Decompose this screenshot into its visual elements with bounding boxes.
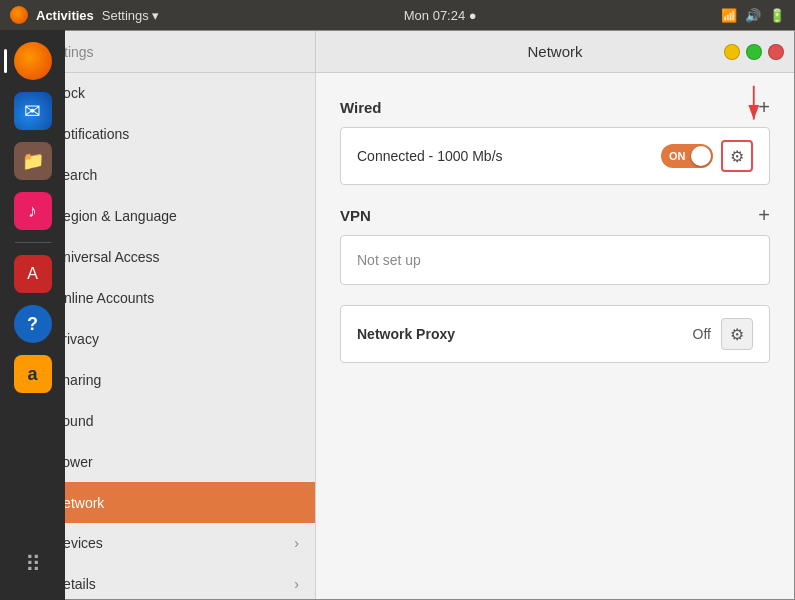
topbar: Activities Settings ▾ Mon 07:24 ● 📶 🔊 🔋 xyxy=(0,0,795,30)
sidebar-label-privacy: Privacy xyxy=(53,331,299,347)
dock-help[interactable]: ? xyxy=(10,301,56,347)
wired-settings-button[interactable]: ⚙ xyxy=(721,140,753,172)
proxy-settings-button[interactable]: ⚙ xyxy=(721,318,753,350)
vpn-status-label: Not set up xyxy=(357,252,753,268)
sidebar-label-power: Power xyxy=(53,454,299,470)
proxy-row: Network Proxy Off ⚙ xyxy=(341,306,769,362)
vpn-not-setup-row: Not set up xyxy=(341,236,769,284)
wired-toggle[interactable]: ON xyxy=(661,144,713,168)
content-area: 🞐 Dock 🔔 Notifications 🔍 Search ⌨ Region… xyxy=(1,73,794,599)
network-panel: Wired + xyxy=(316,73,794,599)
sidebar-label-sound: Sound xyxy=(53,413,299,429)
firefox-icon xyxy=(10,6,28,24)
settings-menu[interactable]: Settings ▾ xyxy=(102,8,160,23)
maximize-button[interactable]: □ xyxy=(746,44,762,60)
wired-connection-row: Connected - 1000 Mb/s ON ⚙ xyxy=(341,128,769,184)
vpn-title: VPN xyxy=(340,207,371,224)
main-content-area: 🔍 Settings Network – □ ✕ xyxy=(0,30,795,600)
window-title: Network xyxy=(527,43,582,60)
dock-thunderbird[interactable]: ✉ xyxy=(10,88,56,134)
dock-apps[interactable]: ⠿ xyxy=(10,542,56,588)
vpn-section-header: VPN + xyxy=(340,205,770,225)
sidebar-label-devices: Devices xyxy=(53,535,280,551)
gear-icon: ⚙ xyxy=(730,147,744,166)
window-titlebar: 🔍 Settings Network – □ ✕ xyxy=(1,31,794,73)
proxy-gear-icon: ⚙ xyxy=(730,325,744,344)
sidebar-label-universal-access: Universal Access xyxy=(53,249,299,265)
battery-icon: 🔋 xyxy=(769,8,785,23)
toggle-knob xyxy=(691,146,711,166)
sidebar-label-network: Network xyxy=(53,495,299,511)
window-controls: – □ ✕ xyxy=(724,44,794,60)
dock-software[interactable]: A xyxy=(10,251,56,297)
proxy-status: Off xyxy=(693,326,711,342)
activities-button[interactable]: Activities xyxy=(36,8,94,23)
topbar-clock: Mon 07:24 ● xyxy=(404,8,477,23)
sidebar-label-sharing: Sharing xyxy=(53,372,299,388)
dock-firefox[interactable] xyxy=(10,38,56,84)
sidebar-label-notifications: Notifications xyxy=(53,126,299,142)
devices-arrow-icon: › xyxy=(294,535,299,551)
proxy-card: Network Proxy Off ⚙ xyxy=(340,305,770,363)
app-dock: ✉ 📁 ♪ A ? a ⠿ xyxy=(0,30,65,600)
vpn-add-button[interactable]: + xyxy=(758,205,770,225)
sidebar-label-search: Search xyxy=(53,167,299,183)
wired-section-header: Wired + xyxy=(340,97,770,117)
wired-card: Connected - 1000 Mb/s ON ⚙ xyxy=(340,127,770,185)
dock-amazon[interactable]: a xyxy=(10,351,56,397)
wired-connection-label: Connected - 1000 Mb/s xyxy=(357,148,661,164)
topbar-right: 📶 🔊 🔋 xyxy=(721,8,785,23)
sidebar-label-online-accounts: Online Accounts xyxy=(53,290,299,306)
minimize-button[interactable]: – xyxy=(724,44,740,60)
annotation-container: Connected - 1000 Mb/s ON ⚙ xyxy=(340,127,770,185)
main-layout: ✉ 📁 ♪ A ? a ⠿ 🔍 Settings xyxy=(0,30,795,600)
sidebar-label-dock: Dock xyxy=(53,85,299,101)
details-arrow-icon: › xyxy=(294,576,299,592)
dock-separator xyxy=(15,242,51,243)
dock-music[interactable]: ♪ xyxy=(10,188,56,234)
proxy-label: Network Proxy xyxy=(357,326,693,342)
speaker-icon: 🔊 xyxy=(745,8,761,23)
wired-title: Wired xyxy=(340,99,382,116)
sidebar-label-details: Details xyxy=(53,576,280,592)
close-button[interactable]: ✕ xyxy=(768,44,784,60)
toggle-on-label: ON xyxy=(661,150,686,162)
wired-add-button[interactable]: + xyxy=(758,97,770,117)
network-status-icon: 📶 xyxy=(721,8,737,23)
sidebar-label-region: Region & Language xyxy=(53,208,299,224)
topbar-left: Activities Settings ▾ xyxy=(10,6,159,24)
dock-files[interactable]: 📁 xyxy=(10,138,56,184)
vpn-card: Not set up xyxy=(340,235,770,285)
settings-window: 🔍 Settings Network – □ ✕ xyxy=(0,30,795,600)
titlebar-main: Network – □ ✕ xyxy=(316,43,794,60)
